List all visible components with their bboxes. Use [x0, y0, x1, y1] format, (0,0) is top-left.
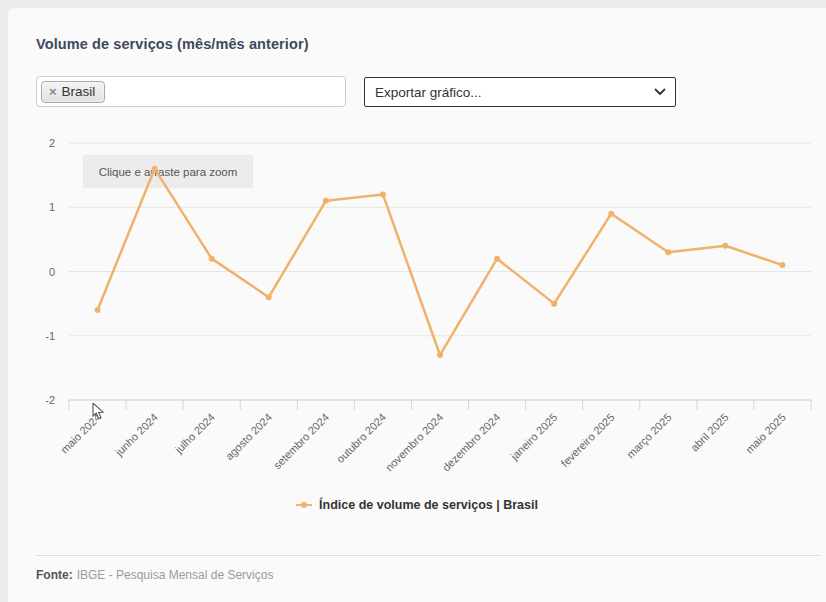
- svg-text:abril 2025: abril 2025: [688, 411, 731, 454]
- svg-text:dezembro 2024: dezembro 2024: [440, 411, 503, 474]
- svg-text:fevereiro 2025: fevereiro 2025: [558, 411, 616, 469]
- chevron-down-icon: [654, 88, 666, 96]
- mouse-cursor-icon: [92, 403, 105, 424]
- source-label: Fonte:: [36, 568, 73, 582]
- svg-text:junho 2024: junho 2024: [112, 411, 160, 459]
- source-text: IBGE - Pesquisa Mensal de Serviços: [77, 568, 274, 582]
- svg-text:2: 2: [49, 137, 55, 149]
- chart-plot-area[interactable]: Clique e arraste para zoom 210-1-2maio 2…: [8, 135, 826, 495]
- svg-text:agosto 2024: agosto 2024: [223, 411, 274, 462]
- svg-text:maio 2025: maio 2025: [743, 411, 788, 456]
- svg-text:janeiro 2025: janeiro 2025: [508, 411, 560, 463]
- svg-text:novembro 2024: novembro 2024: [383, 411, 446, 474]
- svg-text:0: 0: [49, 266, 55, 278]
- page-title: Volume de serviços (mês/mês anterior): [36, 36, 309, 52]
- legend-label: Índice de volume de serviços | Brasil: [319, 498, 538, 512]
- line-chart-svg[interactable]: 210-1-2maio 2024junho 2024julho 2024agos…: [8, 135, 826, 495]
- svg-text:-2: -2: [45, 394, 55, 406]
- legend-item-brasil[interactable]: Índice de volume de serviços | Brasil: [8, 498, 826, 512]
- svg-text:outubro 2024: outubro 2024: [334, 411, 388, 465]
- legend-line-marker-icon: [296, 504, 312, 506]
- export-select-value: Exportar gráfico...: [375, 85, 482, 100]
- svg-text:março 2025: março 2025: [624, 411, 674, 461]
- region-tag-input[interactable]: × Brasil: [36, 76, 346, 107]
- svg-text:1: 1: [49, 201, 55, 213]
- remove-tag-icon[interactable]: ×: [49, 85, 57, 98]
- svg-text:julho 2024: julho 2024: [172, 411, 217, 456]
- region-tag-label: Brasil: [62, 84, 96, 99]
- footer-divider: [36, 555, 821, 556]
- region-tag-chip: × Brasil: [41, 81, 105, 103]
- export-chart-select[interactable]: Exportar gráfico...: [364, 77, 676, 107]
- svg-text:setembro 2024: setembro 2024: [271, 411, 331, 471]
- chart-widget-card: Volume de serviços (mês/mês anterior) × …: [8, 8, 826, 602]
- svg-text:-1: -1: [45, 330, 55, 342]
- source-note: Fonte:IBGE - Pesquisa Mensal de Serviços: [36, 568, 273, 582]
